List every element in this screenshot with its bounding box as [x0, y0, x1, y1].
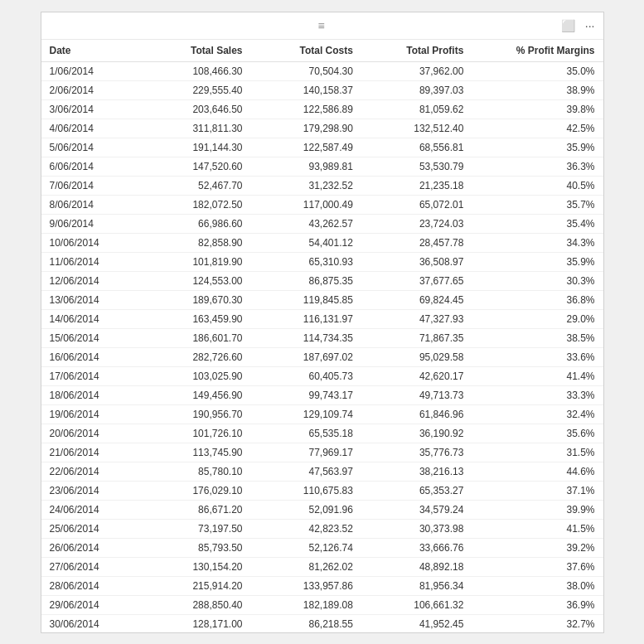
table-cell: 38.9%	[472, 80, 603, 99]
table-cell: 187,697.02	[251, 347, 361, 366]
table-cell: 23,724.03	[361, 214, 472, 233]
table-cell: 12/06/2014	[41, 271, 133, 290]
table-cell: 95,029.58	[361, 347, 472, 366]
table-cell: 25/06/2014	[41, 519, 133, 538]
table-row: 27/06/2014130,154.2081,262.0248,892.1837…	[41, 557, 603, 576]
table-row: 28/06/2014215,914.20133,957.8681,956.343…	[41, 576, 603, 595]
table-cell: 132,512.40	[361, 119, 472, 138]
table-row: 8/06/2014182,072.50117,000.4965,072.0135…	[41, 195, 603, 214]
table-cell: 71,867.35	[361, 328, 472, 347]
drag-handle-icon: ≡	[317, 19, 326, 32]
table-cell: 229,555.40	[133, 80, 251, 99]
table-cell: 52,091.96	[251, 500, 361, 519]
table-cell: 39.2%	[472, 538, 603, 557]
table-cell: 26/06/2014	[41, 538, 133, 557]
table-cell: 38,216.13	[361, 462, 472, 481]
table-cell: 35.4%	[472, 214, 603, 233]
table-cell: 29/06/2014	[41, 595, 133, 614]
table-cell: 36.9%	[472, 595, 603, 614]
table-cell: 190,956.70	[133, 404, 251, 424]
table-cell: 93,989.81	[251, 157, 361, 176]
table-cell: 34,579.24	[361, 500, 472, 519]
table-row: 16/06/2014282,726.60187,697.0295,029.583…	[41, 347, 603, 366]
table-cell: 116,131.97	[251, 309, 361, 328]
table-cell: 15/06/2014	[41, 328, 133, 347]
table-cell: 129,109.74	[251, 404, 361, 424]
table-cell: 35.6%	[472, 424, 603, 443]
col-margin: % Profit Margins	[472, 40, 603, 62]
table-cell: 52,126.74	[251, 538, 361, 557]
table-cell: 11/06/2014	[41, 252, 133, 271]
table-row: 1/06/2014108,466.3070,504.3037,962.0035.…	[41, 61, 603, 80]
table-cell: 28/06/2014	[41, 576, 133, 595]
data-panel: ≡ ⬜ ··· Date Total Sales Total Costs Tot…	[41, 12, 604, 633]
table-cell: 7/06/2014	[41, 176, 133, 195]
table-cell: 38.0%	[472, 576, 603, 595]
table-cell: 140,158.37	[251, 80, 361, 99]
table-cell: 27/06/2014	[41, 557, 133, 576]
table-cell: 3/06/2014	[41, 99, 133, 119]
table-cell: 42,823.52	[251, 519, 361, 538]
table-cell: 86,218.55	[251, 614, 361, 632]
table-cell: 23/06/2014	[41, 481, 133, 500]
more-options-icon[interactable]: ···	[583, 17, 597, 34]
table-cell: 81,262.02	[251, 557, 361, 576]
table-cell: 37,962.00	[361, 61, 472, 80]
table-cell: 42,620.17	[361, 366, 472, 385]
table-cell: 42.5%	[472, 119, 603, 138]
table-cell: 30,373.98	[361, 519, 472, 538]
table-container[interactable]: Date Total Sales Total Costs Total Profi…	[41, 40, 603, 632]
col-total-profits: Total Profits	[361, 40, 472, 62]
table-row: 19/06/2014190,956.70129,109.7461,846.963…	[41, 404, 603, 424]
table-cell: 85,793.50	[133, 538, 251, 557]
table-cell: 99,743.17	[251, 385, 361, 404]
table-cell: 110,675.83	[251, 481, 361, 500]
table-cell: 65,353.27	[361, 481, 472, 500]
table-cell: 44.6%	[472, 462, 603, 481]
table-header: Date Total Sales Total Costs Total Profi…	[41, 40, 603, 62]
table-cell: 186,601.70	[133, 328, 251, 347]
table-cell: 8/06/2014	[41, 195, 133, 214]
table-row: 14/06/2014163,459.90116,131.9747,327.932…	[41, 309, 603, 328]
table-cell: 106,661.32	[361, 595, 472, 614]
table-cell: 33,666.76	[361, 538, 472, 557]
table-cell: 85,780.10	[133, 462, 251, 481]
table-cell: 39.9%	[472, 500, 603, 519]
table-cell: 6/06/2014	[41, 157, 133, 176]
table-cell: 9/06/2014	[41, 214, 133, 233]
table-cell: 40.5%	[472, 176, 603, 195]
table-row: 25/06/201473,197.5042,823.5230,373.9841.…	[41, 519, 603, 538]
table-cell: 82,858.90	[133, 233, 251, 252]
table-cell: 10/06/2014	[41, 233, 133, 252]
data-table: Date Total Sales Total Costs Total Profi…	[41, 40, 603, 632]
table-row: 20/06/2014101,726.1065,535.1836,190.9235…	[41, 424, 603, 443]
table-cell: 147,520.60	[133, 157, 251, 176]
table-cell: 5/06/2014	[41, 138, 133, 157]
table-cell: 189,670.30	[133, 290, 251, 309]
table-cell: 108,466.30	[133, 61, 251, 80]
table-row: 12/06/2014124,553.0086,875.3537,677.6530…	[41, 271, 603, 290]
table-cell: 30.3%	[472, 271, 603, 290]
table-cell: 24/06/2014	[41, 500, 133, 519]
table-cell: 69,824.45	[361, 290, 472, 309]
table-cell: 122,586.89	[251, 99, 361, 119]
table-cell: 133,957.86	[251, 576, 361, 595]
table-cell: 39.8%	[472, 99, 603, 119]
col-total-costs: Total Costs	[251, 40, 361, 62]
table-cell: 13/06/2014	[41, 290, 133, 309]
table-cell: 17/06/2014	[41, 366, 133, 385]
table-cell: 70,504.30	[251, 61, 361, 80]
table-cell: 36,508.97	[361, 252, 472, 271]
table-row: 5/06/2014191,144.30122,587.4968,556.8135…	[41, 138, 603, 157]
table-cell: 66,986.60	[133, 214, 251, 233]
expand-icon[interactable]: ⬜	[559, 17, 577, 34]
table-body: 1/06/2014108,466.3070,504.3037,962.0035.…	[41, 61, 603, 632]
table-row: 26/06/201485,793.5052,126.7433,666.7639.…	[41, 538, 603, 557]
table-cell: 119,845.85	[251, 290, 361, 309]
table-cell: 31,232.52	[251, 176, 361, 195]
table-row: 13/06/2014189,670.30119,845.8569,824.453…	[41, 290, 603, 309]
table-cell: 29.0%	[472, 309, 603, 328]
table-cell: 81,059.62	[361, 99, 472, 119]
table-cell: 191,144.30	[133, 138, 251, 157]
table-cell: 37.1%	[472, 481, 603, 500]
